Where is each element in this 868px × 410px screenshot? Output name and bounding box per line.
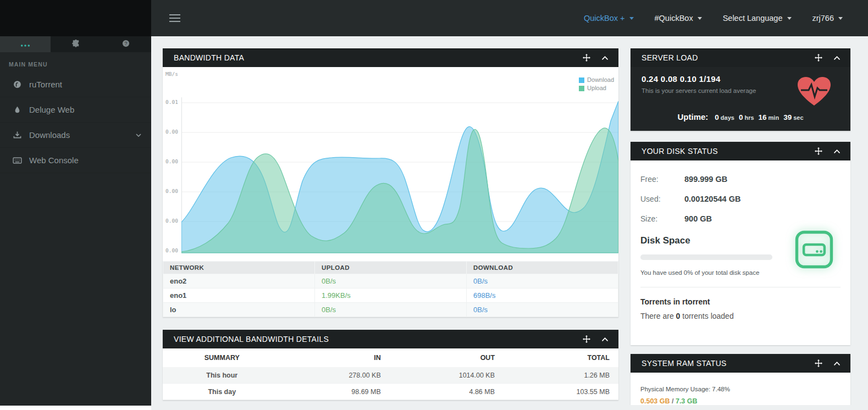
move-icon[interactable]: [583, 54, 590, 62]
summary-table: SUMMARY IN OUT TOTAL This hour 278.00 KB…: [163, 348, 618, 400]
sidebar-item-rutorrent[interactable]: ruTorrent: [0, 72, 151, 97]
y-tick: 0.00: [165, 218, 178, 224]
panel-title: BANDWIDTH DATA: [174, 53, 244, 62]
ram-status-header: SYSTEM RAM STATUS: [631, 354, 850, 373]
col-out: OUT: [395, 348, 509, 367]
table-row: This hour 278.00 KB 1014.00 KB 1.26 MB: [163, 367, 618, 384]
upload-swatch: [579, 86, 584, 91]
sidebar-item-downloads[interactable]: Downloads: [0, 123, 151, 148]
col-in: IN: [281, 348, 395, 367]
navbar-links: QuickBox + #QuickBox Select Language zrj…: [584, 14, 843, 23]
ellipsis-icon: [20, 40, 30, 49]
disk-size-row: Size: 900 GB: [640, 209, 841, 229]
move-icon[interactable]: [815, 54, 822, 62]
ram-used-value: 0.503 GB: [640, 397, 670, 405]
move-icon[interactable]: [815, 359, 822, 367]
sidebar-item-label: ruTorrent: [29, 80, 62, 89]
sidebar-tab-help[interactable]: ?: [101, 36, 151, 52]
hard-drive-icon: [792, 230, 836, 272]
collapse-icon[interactable]: [833, 360, 841, 367]
sidebar-item-label: Web Console: [29, 156, 79, 165]
ram-usage-line: 0.503 GB / 7.3 GB: [640, 397, 841, 405]
torrents-line: There are 0 torrents loaded: [640, 312, 841, 320]
bandwidth-panel-header: BANDWIDTH DATA: [163, 48, 618, 67]
y-tick: 0.00: [165, 158, 178, 164]
right-column: SERVER LOAD 0.24 0.08 0.10 1/194 T: [631, 48, 850, 405]
disk-used-row: Used: 0.00120544 GB: [640, 189, 841, 209]
col-summary: SUMMARY: [163, 348, 281, 367]
y-tick: 0.01: [165, 99, 178, 105]
sidebar-item-label: Downloads: [29, 130, 70, 140]
left-column: BANDWIDTH DATA MB/s 0.01: [163, 48, 618, 405]
torrents-heading: Torrents in rtorrent: [640, 297, 841, 306]
disk-free-row: Free: 899.999 GB: [640, 169, 841, 189]
col-network: NETWORK: [163, 262, 315, 274]
physical-memory-usage: Physical Memory Usage: 7.48%: [640, 386, 841, 392]
deluge-icon: [11, 106, 23, 113]
collapse-icon[interactable]: [833, 148, 841, 155]
collapse-icon[interactable]: [601, 336, 609, 343]
caret-down-icon: [787, 17, 792, 20]
nav-link-user-menu[interactable]: zrj766: [812, 14, 843, 23]
legend-item-upload[interactable]: Upload: [579, 84, 614, 92]
caret-down-icon: [629, 17, 634, 20]
divider: [640, 287, 841, 287]
sidebar-tab-plugins[interactable]: [51, 36, 101, 52]
download-swatch: [579, 77, 584, 83]
dashboard-main: BANDWIDTH DATA MB/s 0.01: [151, 36, 868, 405]
network-table: NETWORK UPLOAD DOWNLOAD eno2 0B/s 0B/s: [163, 261, 618, 317]
table-row: eno1 1.99KB/s 698B/s: [163, 289, 618, 303]
sidebar-item-web-console[interactable]: Web Console: [0, 148, 151, 173]
area-chart-svg: [181, 67, 618, 254]
col-upload: UPLOAD: [315, 262, 467, 274]
details-panel-header: VIEW ADDITIONAL BANDWIDTH DETAILS: [163, 330, 618, 348]
sidebar-tabs: ?: [0, 36, 151, 52]
rutorrent-icon: [11, 80, 23, 88]
y-tick: 0.00: [165, 188, 178, 194]
collapse-icon[interactable]: [601, 54, 609, 62]
bandwidth-chart: MB/s 0.01 0.00 0.00 0.00 0.00 0.00: [163, 67, 618, 261]
nav-link-quickbox-plus[interactable]: QuickBox +: [584, 14, 634, 23]
nav-link-quickbox-channel[interactable]: #QuickBox: [655, 14, 702, 23]
y-tick: 0.00: [165, 247, 178, 253]
content-area: QuickBox + #QuickBox Select Language zrj…: [151, 0, 868, 410]
collapse-icon[interactable]: [833, 54, 841, 62]
download-icon: [11, 131, 23, 139]
sidebar-item-deluge-web[interactable]: Deluge Web: [0, 97, 151, 123]
server-load-panel: SERVER LOAD 0.24 0.08 0.10 1/194 T: [631, 48, 850, 131]
nav-link-select-language[interactable]: Select Language: [723, 14, 792, 23]
server-load-body: 0.24 0.08 0.10 1/194 This is your server…: [631, 67, 850, 131]
panel-title: YOUR DISK STATUS: [642, 147, 718, 156]
move-icon[interactable]: [815, 147, 822, 155]
disk-status-body: Free: 899.999 GB Used: 0.00120544 GB Siz…: [631, 160, 850, 345]
legend-item-download[interactable]: Download: [579, 76, 614, 84]
heartbeat-icon: [797, 76, 832, 109]
question-icon: ?: [122, 40, 130, 49]
caret-down-icon: [838, 17, 843, 20]
chart-unit-label: MB/s: [165, 71, 178, 77]
sidebar-item-label: Deluge Web: [29, 105, 74, 114]
puzzle-icon: [72, 40, 80, 49]
top-navbar: QuickBox + #QuickBox Select Language zrj…: [151, 0, 868, 36]
menu-toggle-icon[interactable]: [168, 10, 181, 26]
bandwidth-details-panel: VIEW ADDITIONAL BANDWIDTH DETAILS: [163, 330, 618, 400]
main-menu-label: MAIN MENU: [0, 52, 151, 72]
keyboard-icon: [11, 157, 23, 164]
chevron-down-icon: [136, 134, 141, 137]
panel-title: SERVER LOAD: [642, 53, 698, 62]
ram-total-value: 7.3 GB: [676, 397, 698, 405]
ram-status-body: Physical Memory Usage: 7.48% 0.503 GB / …: [631, 373, 850, 405]
ram-status-panel: SYSTEM RAM STATUS Physical Memory Usage:…: [631, 354, 850, 405]
caret-down-icon: [698, 17, 702, 20]
table-row: This day 98.69 MB 4.86 MB 103.55 MB: [163, 384, 618, 400]
table-row: lo 0B/s 0B/s: [163, 303, 618, 317]
disk-usage-bar: [640, 254, 772, 260]
sidebar: ? MAIN MENU ruTorrent Deluge Web: [0, 0, 151, 406]
bandwidth-panel: BANDWIDTH DATA MB/s 0.01: [163, 48, 618, 317]
svg-text:?: ?: [125, 41, 128, 46]
panel-title: VIEW ADDITIONAL BANDWIDTH DETAILS: [174, 335, 329, 343]
sidebar-menu: ruTorrent Deluge Web Downloads: [0, 72, 151, 173]
move-icon[interactable]: [583, 335, 590, 343]
sidebar-tab-menu[interactable]: [0, 36, 51, 52]
uptime: Uptime:0days0hrs16min39sec: [642, 112, 839, 122]
